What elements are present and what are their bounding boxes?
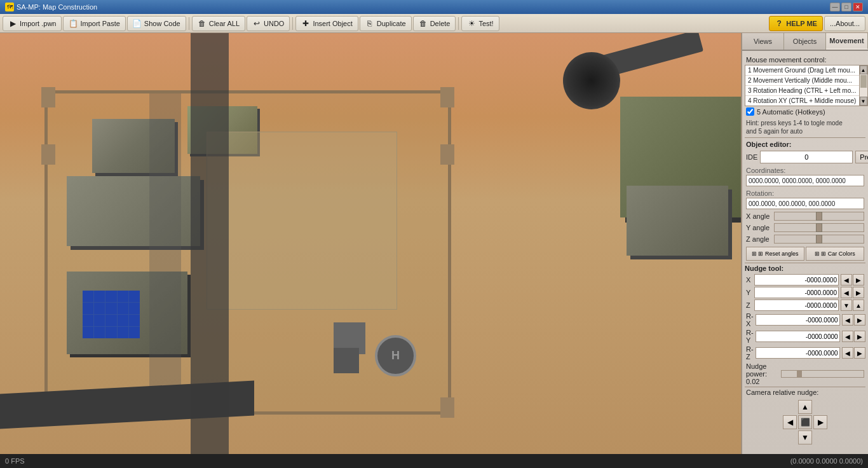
scroll-down-button[interactable]: ▼ [860,97,867,106]
minimize-button[interactable]: — [830,3,840,11]
test-icon: ☀ [467,19,476,28]
tab-views[interactable]: Views [742,33,784,50]
tab-movement[interactable]: Movement [826,33,868,50]
z-angle-row: Z angle [745,233,865,245]
auto-checkbox[interactable] [746,107,754,116]
car-colors-button[interactable]: ⊞ ⊞ Car Colors [806,247,864,261]
coordinates-value[interactable] [746,175,864,186]
ide-input[interactable] [760,151,853,163]
nudge-ry-row: R-Y ◀ ▶ [745,328,865,345]
reset-angles-icon: ⊞ [752,251,757,257]
show-code-icon: 📄 [133,19,142,28]
nudge-x-right-button[interactable]: ▶ [853,274,864,286]
tower-br [440,397,454,418]
nudge-z-up-button[interactable]: ▲ [853,299,864,311]
movement-list: 1 Movement Ground (Drag Left mou... 2 Mo… [745,65,860,106]
toolbar: ▶ Import .pwn 📋 Import Paste 📄 Show Code… [0,14,868,33]
cam-down-button[interactable]: ▼ [798,430,812,444]
nudge-rz-right-button[interactable]: ▶ [854,347,865,359]
nudge-ry-input[interactable] [756,331,840,342]
nudge-z-down-button[interactable]: ▼ [841,299,852,311]
y-angle-label: Y angle [746,224,771,231]
movement-item-4[interactable]: 4 Rotation XY (CTRL + Middle mouse) [745,96,859,106]
nudge-z-label: Z [746,301,752,309]
status-bar: 0 FPS (0.0000 0.0000 0.0000) [0,454,868,468]
action-buttons-row: ⊞ ⊞ Reset angles ⊞ ⊞ Car Colors [745,245,865,263]
x-angle-slider[interactable] [774,212,864,221]
camera-nudge-label: Camera relative nudge: [745,387,865,397]
tab-objects[interactable]: Objects [784,33,826,50]
nudge-y-left-button[interactable]: ◀ [841,287,852,298]
close-button[interactable]: ✕ [853,3,863,11]
import-paste-button[interactable]: 📋 Import Paste [63,16,125,31]
nudge-y-arrows: ◀ ▶ [841,287,864,298]
scene: H [0,33,741,454]
title-bar: 🗺 SA-MP: Map Construction — □ ✕ [0,0,868,14]
app-icon: 🗺 [5,3,14,11]
nudge-y-input[interactable] [754,287,839,298]
nudge-ry-left-button[interactable]: ◀ [842,331,853,342]
car-colors-icon: ⊞ [815,251,820,257]
internal-road [149,93,181,411]
undo-button[interactable]: ↩ UNDO [247,16,290,31]
right-panel: Views Objects Movement Mouse movement co… [741,33,868,454]
nudge-rz-label: R-Z [746,345,754,361]
nudge-x-input[interactable] [754,274,839,286]
nudge-rz-left-button[interactable]: ◀ [842,347,853,359]
z-angle-slider[interactable] [774,235,864,244]
scroll-up-button[interactable]: ▲ [860,65,867,74]
nudge-power-slider[interactable] [781,370,864,378]
nudge-ry-label: R-Y [746,329,754,344]
cam-right-button[interactable]: ▶ [813,415,827,429]
tower-tl [41,87,55,107]
reset-angles-button[interactable]: ⊞ ⊞ Reset angles [746,247,804,261]
nudge-rz-input[interactable] [756,347,840,359]
movement-item-2[interactable]: 2 Movement Vertically (Middle mou... [745,76,859,86]
ide-row: IDE Prev Next [745,149,865,165]
y-angle-slider[interactable] [774,223,864,232]
movement-item-3[interactable]: 3 Rotation Heading (CTRL + Left mo... [745,86,859,96]
nudge-ry-right-button[interactable]: ▶ [854,331,865,342]
nudge-rx-row: R-X ◀ ▶ [745,312,865,328]
nudge-rx-left-button[interactable]: ◀ [842,314,853,326]
nudge-rx-input[interactable] [756,314,840,326]
prev-button[interactable]: Prev [855,151,868,163]
show-code-button[interactable]: 📄 Show Code [127,16,186,31]
help-button[interactable]: ? HELP ME [769,16,823,31]
viewport[interactable]: H [0,33,741,454]
coordinates-display: (0.0000 0.0000 0.0000) [790,457,863,465]
cam-center-button[interactable]: ⬛ [798,415,812,429]
nudge-z-input[interactable] [754,299,839,311]
test-button[interactable]: ☀ Test! [461,16,499,31]
solar-panels [83,291,140,338]
mouse-movement-label: Mouse movement control: [745,53,865,65]
clear-all-button[interactable]: 🗑 Clear ALL [192,16,245,31]
rotation-value[interactable] [746,198,864,209]
ide-label: IDE [746,153,757,161]
insert-object-button[interactable]: ✚ Insert Object [295,16,358,31]
nudge-x-left-button[interactable]: ◀ [841,274,852,286]
nudge-z-row: Z ▼ ▲ [745,299,865,312]
coordinates-label: Coordinates: [746,166,864,175]
nudge-x-arrows: ◀ ▶ [841,274,864,286]
y-angle-row: Y angle [745,222,865,233]
fps-counter: 0 FPS [5,457,25,465]
cam-up-button[interactable]: ▲ [798,400,812,414]
list-scrollbar: ▲ ▼ [860,65,868,106]
nudge-tool-label: Nudge tool: [745,263,865,273]
nudge-ry-arrows: ◀ ▶ [842,331,865,342]
about-button[interactable]: ...About... [824,16,865,31]
duplicate-button[interactable]: ⎘ Duplicate [360,16,412,31]
hint-text: Hint: press keys 1-4 to togle modeand 5 … [745,117,865,137]
object-editor-label: Object editor: [745,137,865,149]
scroll-thumb[interactable] [860,75,867,88]
nudge-rx-right-button[interactable]: ▶ [854,314,865,326]
maximize-button[interactable]: □ [841,3,851,11]
coordinates-section: Coordinates: [745,165,865,188]
cam-left-button[interactable]: ◀ [783,415,797,429]
nudge-y-right-button[interactable]: ▶ [853,287,864,298]
toolbar-separator-2 [292,17,293,30]
import-pwn-button[interactable]: ▶ Import .pwn [3,16,62,31]
movement-item-1[interactable]: 1 Movement Ground (Drag Left mou... [745,65,859,76]
delete-button[interactable]: 🗑 Delete [413,16,456,31]
